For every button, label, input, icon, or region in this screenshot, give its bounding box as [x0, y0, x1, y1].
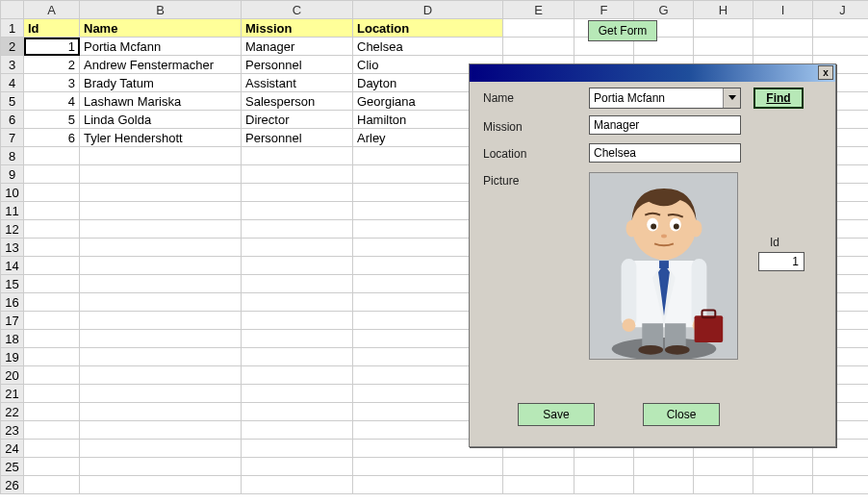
cell[interactable]: 4 [24, 92, 80, 111]
cell[interactable] [80, 366, 242, 385]
cell[interactable]: Location [353, 19, 503, 38]
cell[interactable]: 5 [24, 111, 80, 129]
cell[interactable]: Andrew Fenstermacher [80, 56, 242, 74]
cell[interactable]: 1 [24, 38, 80, 56]
cell[interactable]: Brady Tatum [80, 74, 242, 92]
cell[interactable] [242, 239, 353, 257]
find-button[interactable]: Find [753, 88, 804, 109]
cell[interactable] [753, 458, 813, 476]
corner-cell[interactable] [1, 1, 24, 19]
cell[interactable] [24, 312, 80, 330]
col-header-B[interactable]: B [80, 1, 242, 19]
cell[interactable] [80, 385, 242, 403]
cell[interactable]: Assistant [242, 74, 353, 92]
cell[interactable] [242, 257, 353, 275]
col-header-J[interactable]: J [813, 1, 869, 19]
col-header-A[interactable]: A [24, 1, 80, 19]
cell[interactable] [80, 165, 242, 184]
col-header-F[interactable]: F [574, 1, 634, 19]
cell[interactable] [242, 275, 353, 293]
col-header-H[interactable]: H [694, 1, 753, 19]
cell[interactable] [24, 239, 80, 257]
cell[interactable] [753, 476, 813, 494]
cell[interactable] [80, 202, 242, 220]
row-header[interactable]: 5 [1, 92, 24, 111]
cell[interactable] [24, 366, 80, 385]
row-header[interactable]: 16 [1, 293, 24, 312]
cell[interactable] [242, 440, 353, 458]
cell[interactable] [80, 275, 242, 293]
id-field[interactable]: 1 [758, 252, 804, 271]
close-button[interactable]: Close [643, 403, 720, 426]
cell[interactable] [242, 403, 353, 421]
cell[interactable]: Salesperson [242, 92, 353, 111]
row-header[interactable]: 14 [1, 257, 24, 275]
cell[interactable] [80, 312, 242, 330]
cell[interactable]: Lashawn Mariska [80, 92, 242, 111]
cell[interactable] [503, 19, 574, 38]
cell[interactable]: Personnel [242, 56, 353, 74]
cell[interactable]: 3 [24, 74, 80, 92]
cell[interactable] [694, 458, 753, 476]
cell[interactable]: Mission [242, 19, 353, 38]
cell[interactable] [353, 458, 503, 476]
cell[interactable] [694, 476, 753, 494]
cell[interactable] [574, 458, 634, 476]
cell[interactable] [24, 330, 80, 348]
col-header-G[interactable]: G [634, 1, 694, 19]
cell[interactable] [80, 348, 242, 366]
row-header[interactable]: 21 [1, 385, 24, 403]
cell[interactable] [80, 403, 242, 421]
row-header[interactable]: 22 [1, 403, 24, 421]
cell[interactable]: Chelsea [353, 38, 503, 56]
cell[interactable] [242, 421, 353, 440]
cell[interactable] [242, 202, 353, 220]
cell[interactable] [694, 19, 753, 38]
cell[interactable] [634, 476, 694, 494]
cell[interactable] [242, 293, 353, 312]
save-button[interactable]: Save [518, 403, 595, 426]
cell[interactable] [80, 257, 242, 275]
cell[interactable] [80, 330, 242, 348]
cell[interactable] [242, 220, 353, 239]
cell[interactable] [242, 330, 353, 348]
cell[interactable] [24, 293, 80, 312]
cell[interactable] [80, 476, 242, 494]
cell[interactable] [503, 476, 574, 494]
cell[interactable] [353, 476, 503, 494]
cell[interactable]: Portia Mcfann [80, 38, 242, 56]
row-header[interactable]: 11 [1, 202, 24, 220]
cell[interactable]: Personnel [242, 129, 353, 147]
col-header-D[interactable]: D [353, 1, 503, 19]
cell[interactable] [80, 440, 242, 458]
cell[interactable] [242, 476, 353, 494]
cell[interactable] [242, 366, 353, 385]
cell[interactable] [80, 293, 242, 312]
cell[interactable] [242, 165, 353, 184]
mission-field[interactable]: Manager [589, 115, 741, 135]
col-header-E[interactable]: E [503, 1, 574, 19]
row-header[interactable]: 6 [1, 111, 24, 129]
cell[interactable] [24, 147, 80, 165]
cell[interactable] [753, 19, 813, 38]
cell[interactable] [813, 19, 869, 38]
row-header[interactable]: 20 [1, 366, 24, 385]
cell[interactable]: Name [80, 19, 242, 38]
cell[interactable] [813, 458, 869, 476]
cell[interactable]: Tyler Hendershott [80, 129, 242, 147]
location-field[interactable]: Chelsea [589, 143, 741, 163]
cell[interactable] [24, 385, 80, 403]
row-header[interactable]: 3 [1, 56, 24, 74]
cell[interactable] [24, 220, 80, 239]
cell[interactable] [813, 38, 869, 56]
row-header[interactable]: 15 [1, 275, 24, 293]
dialog-titlebar[interactable]: x [470, 64, 835, 82]
cell[interactable] [24, 202, 80, 220]
cell[interactable] [24, 421, 80, 440]
col-header-C[interactable]: C [242, 1, 353, 19]
row-header[interactable]: 12 [1, 220, 24, 239]
cell[interactable] [813, 476, 869, 494]
row-header[interactable]: 8 [1, 147, 24, 165]
row-header[interactable]: 18 [1, 330, 24, 348]
cell[interactable] [242, 348, 353, 366]
